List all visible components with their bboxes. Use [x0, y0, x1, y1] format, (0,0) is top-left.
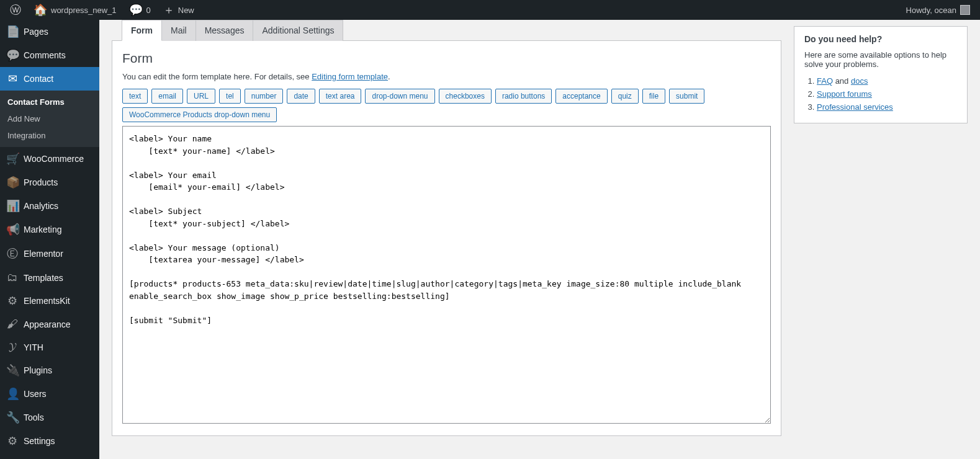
menu-label: Analytics [24, 201, 58, 211]
tag-button-radio-buttons[interactable]: radio buttons [495, 89, 552, 104]
help-item: Professional services [817, 102, 957, 112]
tab-additional-settings[interactable]: Additional Settings [253, 20, 343, 41]
wp-logo[interactable]: ⓦ [5, 0, 26, 20]
settings-icon: ⚙ [6, 434, 19, 448]
menu-item-elementskit[interactable]: ⚙ElementsKit [0, 289, 99, 313]
marketing-icon: 📢 [6, 223, 19, 236]
admin-sidebar: 📄Pages💬Comments✉ContactContact FormsAdd … [0, 20, 99, 448]
home-icon: 🏠 [34, 4, 47, 16]
menu-item-plugins[interactable]: 🔌Plugins [0, 359, 99, 382]
new-content-link[interactable]: ＋New [158, 0, 199, 20]
help-item: Support forums [817, 89, 957, 99]
tag-button-checkboxes[interactable]: checkboxes [439, 89, 492, 104]
menu-label: Elementor [24, 249, 63, 259]
new-label: New [178, 6, 194, 15]
menu-item-woocommerce[interactable]: 🛒WooCommerce [0, 147, 99, 171]
form-template-textarea[interactable] [122, 126, 771, 424]
menu-item-users[interactable]: 👤Users [0, 382, 99, 406]
help-sidebar: Do you need help? Here are some availabl… [794, 26, 968, 123]
menu-label: Templates [24, 273, 63, 283]
tag-button-text-area[interactable]: text area [319, 89, 362, 104]
avatar-icon [960, 5, 970, 15]
tag-button-woocommerce-products-drop-down-menu[interactable]: WooCommerce Products drop-down menu [122, 107, 277, 122]
tab-form[interactable]: Form [122, 20, 162, 41]
menu-label: Contact [24, 74, 53, 84]
menu-label: Settings [24, 436, 55, 446]
menu-label: Tools [24, 412, 44, 422]
templates-icon: 🗂 [6, 271, 19, 284]
menu-label: WooCommerce [24, 154, 84, 164]
submenu-item[interactable]: Integration [0, 127, 99, 144]
menu-item-contact[interactable]: ✉Contact [0, 67, 99, 91]
analytics-icon: 📊 [6, 199, 19, 213]
menu-item-products[interactable]: 📦Products [0, 171, 99, 194]
wordpress-icon: ⓦ [10, 4, 21, 16]
tag-button-quiz[interactable]: quiz [611, 89, 639, 104]
menu-label: Marketing [24, 225, 61, 234]
user-menu[interactable]: Howdy, ocean [901, 0, 975, 20]
comments-icon: 💬 [6, 48, 19, 62]
tag-button-tel[interactable]: tel [219, 89, 241, 104]
tag-button-number[interactable]: number [245, 89, 284, 104]
menu-item-templates[interactable]: 🗂Templates [0, 266, 99, 289]
tools-icon: 🔧 [6, 411, 19, 424]
tag-button-text[interactable]: text [122, 89, 148, 104]
tag-button-email[interactable]: email [151, 89, 183, 104]
menu-item-yith[interactable]: 𝓨YITH [0, 336, 99, 359]
menu-label: Products [24, 177, 58, 187]
site-name: wordpress_new_1 [51, 6, 117, 15]
menu-item-settings[interactable]: ⚙Settings [0, 429, 99, 448]
tag-button-file[interactable]: file [642, 89, 665, 104]
woocommerce-icon: 🛒 [6, 152, 19, 166]
menu-item-pages[interactable]: 📄Pages [0, 20, 99, 43]
help-item: FAQ and docs [817, 76, 957, 86]
site-name-link[interactable]: 🏠wordpress_new_1 [29, 0, 122, 20]
elementskit-icon: ⚙ [6, 294, 19, 308]
submenu-item[interactable]: Contact Forms [0, 94, 99, 110]
menu-item-tools[interactable]: 🔧Tools [0, 406, 99, 429]
help-link[interactable]: docs [851, 76, 868, 86]
howdy-text: Howdy, ocean [906, 6, 956, 15]
contact-submenu: Contact FormsAdd NewIntegration [0, 91, 99, 147]
tab-messages[interactable]: Messages [196, 20, 254, 41]
menu-item-elementor[interactable]: ⒺElementor [0, 241, 99, 266]
form-tabs: FormMailMessagesAdditional Settings [112, 20, 781, 41]
tag-button-submit[interactable]: submit [669, 89, 704, 104]
tag-button-acceptance[interactable]: acceptance [555, 89, 607, 104]
products-icon: 📦 [6, 176, 19, 189]
plus-icon: ＋ [163, 4, 174, 16]
help-intro: Here are some available options to help … [804, 50, 957, 69]
help-link[interactable]: Support forums [817, 89, 872, 99]
menu-item-analytics[interactable]: 📊Analytics [0, 194, 99, 218]
menu-label: Pages [24, 27, 48, 37]
editing-template-link[interactable]: Editing form template [312, 72, 388, 81]
help-list: FAQ and docsSupport forumsProfessional s… [804, 76, 957, 112]
menu-item-marketing[interactable]: 📢Marketing [0, 218, 99, 241]
tag-button-url[interactable]: URL [187, 89, 215, 104]
comments-count: 0 [146, 6, 151, 15]
panel-heading: Form [122, 51, 771, 66]
help-link[interactable]: FAQ [817, 76, 833, 86]
yith-icon: 𝓨 [6, 341, 19, 354]
menu-item-appearance[interactable]: 🖌Appearance [0, 313, 99, 336]
menu-label: ElementsKit [24, 296, 70, 306]
tag-button-drop-down-menu[interactable]: drop-down menu [365, 89, 434, 104]
help-link[interactable]: Professional services [817, 102, 893, 112]
menu-label: Users [24, 389, 47, 399]
menu-label: Plugins [24, 365, 52, 375]
admin-bar: ⓦ 🏠wordpress_new_1 💬0 ＋New Howdy, ocean [0, 0, 980, 20]
contact-icon: ✉ [6, 72, 19, 86]
tag-button-date[interactable]: date [287, 89, 315, 104]
tag-generator-buttons: textemailURLtelnumberdatetext areadrop-d… [122, 89, 771, 122]
menu-label: Comments [24, 50, 66, 60]
comments-link[interactable]: 💬0 [124, 0, 156, 20]
menu-label: Appearance [24, 319, 71, 329]
tab-mail[interactable]: Mail [161, 20, 196, 41]
comment-icon: 💬 [129, 4, 143, 16]
users-icon: 👤 [6, 387, 19, 401]
submenu-item[interactable]: Add New [0, 110, 99, 127]
help-title: Do you need help? [804, 34, 957, 44]
panel-intro: You can edit the form template here. For… [122, 72, 771, 81]
menu-item-comments[interactable]: 💬Comments [0, 43, 99, 67]
appearance-icon: 🖌 [6, 318, 19, 331]
